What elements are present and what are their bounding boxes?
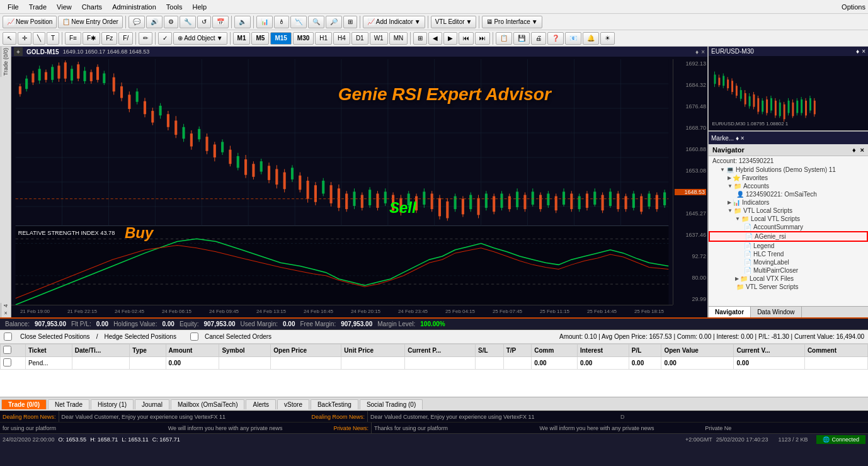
- volume-up-button[interactable]: 🔈: [234, 16, 251, 28]
- nav-item-favorites[interactable]: ▶ ⭐ Favorites: [709, 174, 868, 182]
- zoom-in-button[interactable]: 🔎: [326, 16, 342, 28]
- zoom-out-button[interactable]: 🔍: [308, 16, 324, 28]
- print-button[interactable]: 🖨: [531, 32, 546, 45]
- tf-mn[interactable]: MN: [389, 32, 408, 45]
- tab-vstore[interactable]: vStore: [277, 399, 309, 409]
- save-button[interactable]: 💾: [513, 32, 530, 45]
- nav-item-accounts[interactable]: ▼ 📁 Accounts: [709, 182, 868, 190]
- bell-button[interactable]: 🔔: [583, 32, 599, 45]
- tab-alerts[interactable]: Alerts: [246, 399, 276, 409]
- tf-m15[interactable]: M15: [270, 32, 291, 45]
- sun-button[interactable]: ☀: [600, 32, 615, 45]
- balance-label: Balance:: [5, 321, 30, 327]
- tf-h4[interactable]: H4: [333, 32, 350, 45]
- nav-item-local-vtx[interactable]: ▶ 📁 Local VTX Files: [709, 275, 868, 283]
- candle-chart-button[interactable]: 🕯: [274, 16, 289, 28]
- tab-trade[interactable]: Trade (0/0): [1, 399, 47, 409]
- nav-item-vtl-server[interactable]: 📁 VTL Server Scripts: [709, 283, 868, 291]
- close-side-label[interactable]: ×: [1, 309, 10, 317]
- nav-item-hybrid[interactable]: ▼ 💻 Hybrid Solutions (Demo System) 11: [709, 166, 868, 174]
- tab-journal[interactable]: Journal: [135, 399, 169, 409]
- collapse-label[interactable]: 4: [1, 303, 10, 309]
- pencil-button[interactable]: ✏: [139, 32, 152, 45]
- nav-item-indicators[interactable]: ▶ 📊 Indicators: [709, 198, 868, 207]
- chart-plus-button[interactable]: +: [14, 47, 23, 56]
- nav-pin-icon[interactable]: ♦: [852, 146, 856, 154]
- tab-social-trading[interactable]: Social Trading (0): [360, 399, 423, 409]
- fz-button[interactable]: Fz: [101, 32, 117, 45]
- menu-file[interactable]: File: [3, 2, 24, 12]
- market-watch[interactable]: Marke... ♦ ×: [709, 132, 868, 144]
- close-positions-checkbox[interactable]: [4, 332, 12, 341]
- chart-close-icon[interactable]: ×: [701, 48, 705, 55]
- text-button[interactable]: T: [47, 32, 59, 45]
- nav-item-moving-label[interactable]: 📄 MovingLabel: [709, 258, 868, 266]
- tf-w1[interactable]: W1: [370, 32, 388, 45]
- calendar-button[interactable]: 📅: [212, 16, 229, 28]
- audio-button[interactable]: 🔊: [146, 16, 163, 28]
- nav-tab-data-window[interactable]: Data Window: [751, 307, 801, 317]
- menu-charts[interactable]: Charts: [77, 2, 107, 12]
- tab-backtesting[interactable]: BackTesting: [311, 399, 358, 409]
- grid-button[interactable]: ⊞: [413, 32, 427, 45]
- menu-tools[interactable]: Tools: [161, 2, 188, 12]
- nav-item-agenie-rsi[interactable]: 📄 AGenie_rsi: [709, 231, 868, 242]
- tab-history[interactable]: History (1): [91, 399, 134, 409]
- template-button[interactable]: 📋: [496, 32, 512, 45]
- nav-item-vtl-scripts[interactable]: ▼ 📁 VTL Local Scripts: [709, 207, 868, 215]
- bar-chart-button[interactable]: 📊: [256, 16, 273, 28]
- tf-h1[interactable]: H1: [315, 32, 332, 45]
- trade-table-container: Ticket Date/Ti... Type Amount Symbol Ope…: [0, 344, 868, 397]
- nav-tab-navigator[interactable]: Navigator: [709, 307, 751, 317]
- eurusd-pin-icon[interactable]: ♦: [856, 48, 859, 55]
- checkmark-button[interactable]: ✓: [158, 32, 172, 45]
- zoom-fit-button[interactable]: ⊞: [343, 16, 357, 28]
- select-all-checkbox[interactable]: [3, 346, 11, 354]
- help2-button[interactable]: ❓: [547, 32, 564, 45]
- eurusd-close-icon[interactable]: ×: [862, 48, 865, 55]
- new-entry-order-button[interactable]: 📋 New Entry Order: [58, 16, 122, 28]
- nav-item-multipair[interactable]: 📄 MultiPairrCloser: [709, 266, 868, 275]
- nav-item-legend[interactable]: 📄 Legend: [709, 242, 868, 250]
- tf-m5[interactable]: M5: [251, 32, 269, 45]
- chart-pin-icon[interactable]: ♦: [695, 48, 699, 55]
- nav-item-account-summary[interactable]: 📄 AccountSummary: [709, 223, 868, 231]
- menu-trade[interactable]: Trade: [24, 2, 52, 12]
- nav-item-account-num[interactable]: 👤 1234590221: OmSaiTech: [709, 190, 868, 198]
- tf-m30[interactable]: M30: [293, 32, 314, 45]
- nav-start-button[interactable]: ⏮: [459, 32, 474, 45]
- settings-button[interactable]: ⚙: [164, 16, 178, 28]
- pro-interface-button[interactable]: 🖥 Pro Interface ▼: [482, 16, 542, 28]
- nav-end-button[interactable]: ⏭: [475, 32, 490, 45]
- vtl-editor-button[interactable]: VTL Editor ▼: [431, 16, 477, 28]
- refresh-button[interactable]: ↺: [197, 16, 211, 28]
- crosshair-button[interactable]: ✛: [18, 32, 31, 45]
- trade-side-label[interactable]: Trade (0/0): [1, 47, 10, 77]
- nav-right-button[interactable]: ▶: [443, 32, 457, 45]
- menu-view[interactable]: View: [52, 2, 77, 12]
- nav-item-local-vtl[interactable]: ▼ 📁 Local VTL Scripts: [709, 215, 868, 223]
- line-button[interactable]: ╲: [33, 32, 45, 45]
- fy-button[interactable]: F/: [118, 32, 133, 45]
- cancel-orders-checkbox[interactable]: [190, 332, 198, 341]
- add-object-button[interactable]: ⊕ Add Object ▼: [173, 32, 227, 45]
- nav-close-icon[interactable]: ×: [860, 146, 864, 154]
- menu-help[interactable]: Help: [188, 2, 212, 12]
- new-position-button[interactable]: 📈 New Position: [3, 16, 57, 28]
- gear2-button[interactable]: 🔧: [180, 16, 196, 28]
- nav-left-button[interactable]: ◀: [428, 32, 442, 45]
- cursor-button[interactable]: ↖: [3, 32, 16, 45]
- tab-mailbox[interactable]: Mailbox (OmSaiTech): [171, 399, 245, 409]
- email-button[interactable]: 📧: [565, 32, 581, 45]
- tf-m1[interactable]: M1: [233, 32, 251, 45]
- tab-net-trade[interactable]: Net Trade: [48, 399, 89, 409]
- f2-button[interactable]: F✱: [83, 32, 100, 45]
- f1-button[interactable]: F≡: [65, 32, 81, 45]
- menu-administration[interactable]: Administration: [107, 2, 161, 12]
- nav-item-hlc-trend[interactable]: 📄 HLC Trend: [709, 250, 868, 258]
- tf-d1[interactable]: D1: [351, 32, 368, 45]
- line-chart-button[interactable]: 📉: [290, 16, 307, 28]
- add-indicator-button[interactable]: 📈 Add Indicator ▼: [363, 16, 425, 28]
- row-checkbox[interactable]: [3, 358, 11, 367]
- chat-button[interactable]: 💬: [128, 16, 145, 28]
